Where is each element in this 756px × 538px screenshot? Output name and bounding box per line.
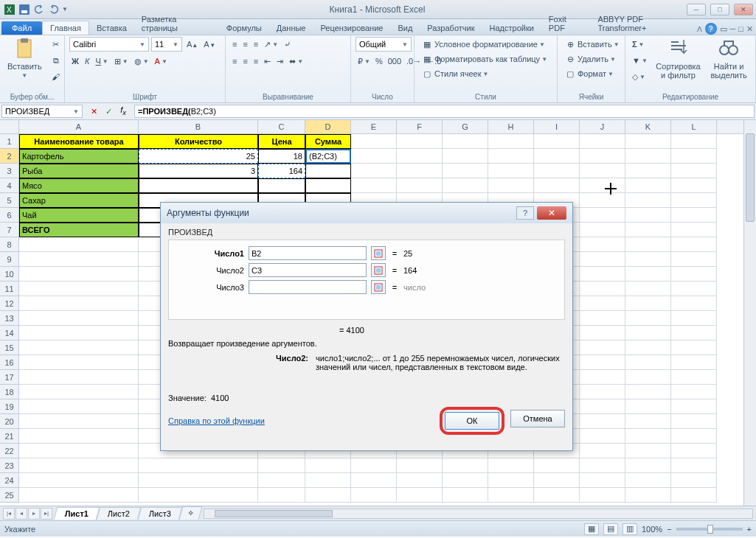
cell-D3[interactable]	[305, 164, 351, 178]
delete-cells-button[interactable]: ⊖Удалить▼	[562, 52, 618, 66]
cell-A25[interactable]	[19, 488, 139, 503]
dialog-cancel-button[interactable]: Отмена	[510, 410, 565, 427]
cell-J4[interactable]	[580, 178, 625, 193]
italic-button[interactable]: К	[83, 54, 91, 69]
decrease-indent-button[interactable]: ⇤	[262, 54, 273, 69]
format-cells-button[interactable]: ▢Формат▼	[562, 66, 616, 81]
cell-B25[interactable]	[139, 488, 258, 503]
row-header-15[interactable]: 15	[0, 340, 19, 355]
cell-B23[interactable]	[139, 458, 258, 473]
cell-L22[interactable]	[671, 444, 717, 458]
cell-F1[interactable]	[397, 134, 443, 149]
cell-L21[interactable]	[671, 429, 717, 444]
format-painter-button[interactable]: 🖌	[48, 69, 64, 84]
col-header-H[interactable]: H	[488, 120, 534, 133]
cell-K20[interactable]	[625, 414, 671, 429]
col-header-J[interactable]: J	[580, 120, 625, 133]
cell-L18[interactable]	[671, 385, 717, 399]
align-center-button[interactable]: ≡	[240, 54, 249, 69]
row-header-18[interactable]: 18	[0, 385, 19, 399]
cell-I23[interactable]	[534, 458, 580, 473]
align-right-button[interactable]: ≡	[252, 54, 260, 69]
cell-K7[interactable]	[625, 223, 671, 237]
col-header-I[interactable]: I	[534, 120, 580, 133]
cell-L17[interactable]	[671, 370, 717, 385]
tab-formulas[interactable]: Формулы	[219, 21, 269, 35]
undo-icon[interactable]	[32, 3, 46, 16]
cell-C3[interactable]: 164	[258, 164, 305, 178]
cell-H24[interactable]	[488, 473, 534, 488]
cell-G24[interactable]	[443, 473, 488, 488]
file-tab[interactable]: Файл	[1, 21, 42, 35]
cell-C2[interactable]: 18	[258, 149, 305, 164]
insert-cells-button[interactable]: ⊕Вставить▼	[562, 37, 622, 52]
cell-K22[interactable]	[625, 444, 671, 458]
cell-F25[interactable]	[397, 488, 443, 503]
copy-button[interactable]: ⧉	[48, 53, 64, 68]
name-box[interactable]: ПРОИЗВЕД▼	[1, 105, 83, 118]
cell-A10[interactable]	[19, 267, 139, 282]
orientation-button[interactable]: ↗▼	[262, 37, 280, 52]
sheet-tab-1[interactable]: Лист1	[54, 507, 100, 520]
save-icon[interactable]	[18, 3, 31, 16]
cell-A12[interactable]	[19, 296, 139, 311]
cell-L3[interactable]	[671, 164, 717, 178]
cell-E1[interactable]	[351, 134, 397, 149]
page-break-view-button[interactable]: ▥	[623, 523, 637, 535]
cell-L14[interactable]	[671, 326, 717, 340]
underline-button[interactable]: Ч▼	[93, 54, 110, 69]
cell-K13[interactable]	[625, 311, 671, 326]
cell-H25[interactable]	[488, 488, 534, 503]
col-header-A[interactable]: A	[19, 120, 139, 133]
cell-J3[interactable]	[580, 164, 625, 178]
tab-developer[interactable]: Разработчик	[420, 21, 482, 35]
cell-B3[interactable]: 3	[139, 164, 258, 178]
cell-A4[interactable]: Мясо	[19, 178, 139, 193]
col-header-F[interactable]: F	[397, 120, 443, 133]
cell-D4[interactable]	[305, 178, 351, 193]
row-header-11[interactable]: 11	[0, 282, 19, 296]
cell-J16[interactable]	[580, 355, 625, 370]
dialog-title-bar[interactable]: Аргументы функции ? ✕	[161, 203, 572, 223]
cell-F2[interactable]	[397, 149, 443, 164]
row-header-16[interactable]: 16	[0, 355, 19, 370]
dialog-help-button[interactable]: ?	[516, 206, 534, 220]
fx-button[interactable]: fx	[117, 105, 130, 118]
tab-home[interactable]: Главная	[42, 21, 89, 35]
border-button[interactable]: ⊞▼	[112, 54, 131, 69]
redo-icon[interactable]	[47, 3, 60, 16]
fill-color-button[interactable]: ◍▼	[132, 54, 151, 69]
row-header-25[interactable]: 25	[0, 488, 19, 503]
cell-K16[interactable]	[625, 355, 671, 370]
cell-J18[interactable]	[580, 385, 625, 399]
cell-H23[interactable]	[488, 458, 534, 473]
cell-K9[interactable]	[625, 252, 671, 267]
cell-K2[interactable]	[625, 149, 671, 164]
cell-G3[interactable]	[443, 164, 488, 178]
cell-A19[interactable]	[19, 399, 139, 414]
paste-button[interactable]: Вставить ▼	[4, 37, 45, 80]
sheet-tab-3[interactable]: Лист3	[138, 507, 183, 520]
cell-K24[interactable]	[625, 473, 671, 488]
cell-L8[interactable]	[671, 237, 717, 252]
cell-A3[interactable]: Рыба	[19, 164, 139, 178]
cell-J21[interactable]	[580, 429, 625, 444]
cell-D25[interactable]	[305, 488, 351, 503]
font-name-select[interactable]: Calibri▼	[69, 37, 149, 52]
cell-K1[interactable]	[625, 134, 671, 149]
dialog-close-button[interactable]: ✕	[537, 206, 566, 220]
cell-E3[interactable]	[351, 164, 397, 178]
cell-L25[interactable]	[671, 488, 717, 503]
cell-A13[interactable]	[19, 311, 139, 326]
cell-D23[interactable]	[305, 458, 351, 473]
arg2-input[interactable]	[249, 263, 367, 277]
bold-button[interactable]: Ж	[69, 54, 81, 69]
cell-J25[interactable]	[580, 488, 625, 503]
cell-A15[interactable]	[19, 340, 139, 355]
conditional-format-button[interactable]: ▦Условное форматирование▼	[419, 37, 547, 52]
cell-J1[interactable]	[580, 134, 625, 149]
col-header-C[interactable]: C	[258, 120, 305, 133]
number-format-select[interactable]: Общий▼	[356, 37, 412, 52]
row-header-4[interactable]: 4	[0, 178, 19, 193]
row-header-5[interactable]: 5	[0, 193, 19, 208]
